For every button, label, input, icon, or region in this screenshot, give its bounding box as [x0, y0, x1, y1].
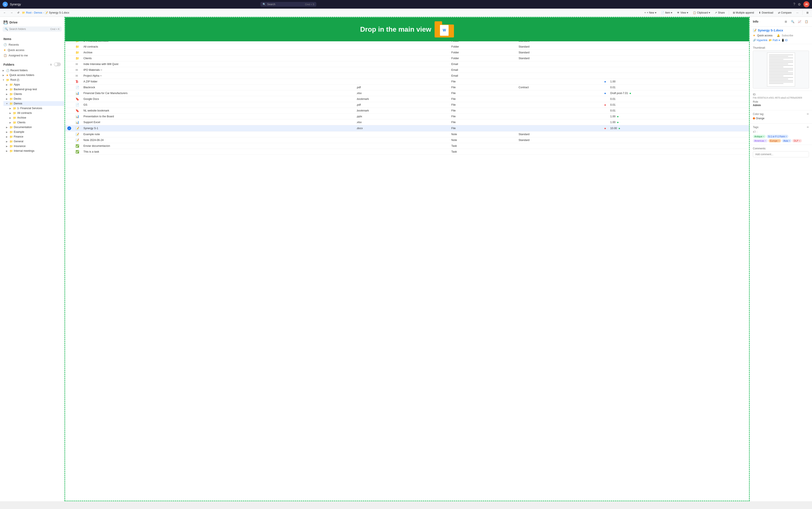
- tree-example[interactable]: ▶ 📁 Example: [3, 130, 64, 134]
- table-row[interactable]: ✅ This is a task Task: [65, 149, 749, 155]
- folder-search[interactable]: 🔍 Search folders Cmd + K: [3, 27, 62, 32]
- drop-folder-icon: W: [435, 21, 454, 37]
- tree-insurance[interactable]: ▶ 📁 Insurance: [3, 144, 64, 148]
- tag-americas-remove[interactable]: ×: [765, 140, 766, 142]
- sidebar-item-assigned[interactable]: 📋 Assigned to me: [0, 53, 64, 58]
- quick-access-link[interactable]: Quick access: [757, 34, 772, 37]
- row-ext: [354, 73, 449, 79]
- tree-apps[interactable]: ▶ 📁 Apps: [3, 82, 64, 87]
- table-row[interactable]: ✅ Enviar documentacion Task: [65, 143, 749, 149]
- table-row-selected[interactable]: ✓ 📝 Synergy S-1 .docx File 10.00: [65, 125, 749, 132]
- view-button[interactable]: 👁 View ▾: [675, 10, 690, 15]
- sidebar-item-recents[interactable]: 🕐 Recents: [0, 42, 64, 47]
- layout-button[interactable]: ⊞: [805, 10, 810, 15]
- global-search[interactable]: 🔍 Search Cmd + S: [260, 2, 316, 7]
- id-button[interactable]: 📱 ID: [781, 39, 788, 42]
- path-button[interactable]: 📂 Path ▾: [769, 39, 780, 42]
- tree-finance[interactable]: ▶ 📁 Finance: [3, 134, 64, 139]
- tree-all-contracts[interactable]: ▶ 📁 All contracts: [7, 111, 64, 115]
- table-row[interactable]: 📊 Financial Data for Car Manufacturers .…: [65, 91, 749, 96]
- table-row[interactable]: 🗜 A ZIP folder File 1.00: [65, 79, 749, 84]
- table-row[interactable]: ✉ Indie Interview with Will Quist Email: [65, 61, 749, 67]
- item-button[interactable]: 📄 Item ▾: [659, 10, 674, 15]
- tree-financial-services[interactable]: ▶ 📁 1- Financial Services: [7, 106, 64, 111]
- tag-dlp-remove[interactable]: ×: [799, 140, 800, 142]
- more-icon: ···: [796, 11, 799, 14]
- tree-clients-sub[interactable]: ▶ 📁 Clients: [7, 120, 64, 125]
- table-row[interactable]: 🔖 Google Docs .bookmark File 0.01: [65, 96, 749, 102]
- breadcrumb-root[interactable]: Root: [26, 11, 31, 14]
- row-ext: [354, 67, 449, 73]
- table-row[interactable]: 📝 Note 2024-06-24 Note Standard: [65, 137, 749, 143]
- row-object: File: [449, 79, 517, 84]
- panel-search-icon[interactable]: 🔍: [790, 19, 795, 24]
- row-object: Folder: [449, 44, 517, 50]
- row-dot: [602, 114, 608, 120]
- meta-section: ID: File-65587b14-e561-4870-aba3-e27f06a…: [750, 91, 812, 110]
- doc-line: [769, 70, 793, 70]
- panel-notes-icon[interactable]: 📋: [804, 19, 809, 24]
- panel-connections-icon[interactable]: ⊞: [783, 19, 788, 24]
- recent-folders-item[interactable]: ▶ 🕐 Recent folders: [0, 68, 64, 73]
- tag-s1-form[interactable]: S-1 or F-1 Form ×: [767, 135, 788, 138]
- forward-button[interactable]: →: [9, 10, 14, 15]
- settings-icon[interactable]: ⚙: [798, 2, 801, 6]
- tree-backend[interactable]: ▶ 📁 Backend group test: [3, 87, 64, 92]
- table-row[interactable]: 📁 Archive Folder Standard: [65, 50, 749, 56]
- general-label: General: [14, 140, 23, 143]
- tree-demos[interactable]: ▼ 📁 Demos: [3, 101, 64, 106]
- tag-dlp-label: DLP: [794, 139, 798, 142]
- tag-asia[interactable]: Asia ×: [782, 139, 791, 142]
- subscribe-link[interactable]: Subscribe: [782, 34, 793, 37]
- color-tag-edit-icon[interactable]: ✏: [807, 112, 809, 115]
- share-button[interactable]: ↗ Share: [713, 10, 727, 15]
- tree-documentation[interactable]: ▶ 📁 Documentation: [3, 125, 64, 130]
- tag-s1-remove[interactable]: ×: [785, 135, 787, 138]
- more-button[interactable]: ···: [795, 10, 800, 15]
- financial-services-icon: 📁: [13, 107, 16, 110]
- tag-europe-remove[interactable]: ×: [778, 140, 779, 142]
- table-row[interactable]: 📄 Blackrock .pdf File Contract 0.01: [65, 84, 749, 91]
- help-icon[interactable]: ?: [793, 2, 795, 6]
- tags-edit-icon[interactable]: ✏: [807, 126, 809, 129]
- table-row[interactable]: ✉ Project Alpha ✏ Email: [65, 73, 749, 79]
- tag-dlp[interactable]: DLP ×: [792, 139, 802, 142]
- folders-toggle[interactable]: [54, 62, 61, 66]
- new-button[interactable]: + + New ▾: [643, 10, 658, 15]
- sidebar-item-quick-access[interactable]: ★ Quick access: [0, 47, 64, 53]
- panel-chart-icon[interactable]: 📈: [797, 19, 802, 24]
- quick-access-folders-item[interactable]: ▶ ★ Quick access folders: [0, 73, 64, 77]
- table-row[interactable]: 🔖 NL website bookmark .bookmark File 0.0…: [65, 108, 749, 114]
- multiple-append-button[interactable]: ⊞ Multiple append: [731, 10, 756, 15]
- refresh-button[interactable]: ↺: [15, 10, 21, 15]
- table-row[interactable]: 📊 Support Excel .xlsx File 1.00: [65, 120, 749, 125]
- tag-americas[interactable]: Americas ×: [753, 139, 768, 142]
- compare-button[interactable]: ⇄ Compare: [776, 10, 793, 15]
- clipboard-button[interactable]: 📋 Clipboard ▾: [691, 10, 712, 15]
- tag-asia-remove[interactable]: ×: [788, 140, 790, 142]
- tag-antique-remove[interactable]: ×: [763, 135, 764, 138]
- star-icon[interactable]: ★: [753, 34, 755, 37]
- tag-europe[interactable]: Europe ×: [769, 139, 781, 142]
- table-row[interactable]: ✉ IPO Materials ✏ Email: [65, 67, 749, 73]
- comment-input[interactable]: [753, 151, 809, 157]
- folders-info-icon[interactable]: ℹ: [49, 62, 53, 67]
- breadcrumb-file[interactable]: Synergy S-1.docx: [49, 11, 69, 14]
- table-row[interactable]: 📁 Clients Folder Standard: [65, 56, 749, 61]
- tree-decks[interactable]: ▶ 📁 Decks: [3, 96, 64, 101]
- download-button[interactable]: ⬇ Download: [757, 10, 775, 15]
- back-button[interactable]: ←: [2, 10, 8, 15]
- tag-antique[interactable]: Antique ×: [753, 135, 766, 138]
- hyperlink-button[interactable]: 🔗 Hyperlink: [753, 39, 768, 42]
- tree-clients[interactable]: ▶ 📁 Clients: [3, 92, 64, 96]
- breadcrumb-demos[interactable]: Demos: [34, 11, 42, 14]
- table-row[interactable]: 📁 All contracts Folder Standard: [65, 44, 749, 50]
- root-folder-item[interactable]: ▼ 📁 Root (/): [0, 77, 64, 82]
- tree-archive[interactable]: ▶ 📁 Archive: [7, 115, 64, 120]
- table-row[interactable]: 📊 Presentation to the Board .pptx File 1…: [65, 114, 749, 120]
- tree-internal-meetings[interactable]: ▶ 📁 Internal meetings: [3, 148, 64, 153]
- user-avatar[interactable]: JR: [803, 1, 809, 7]
- table-row[interactable]: 📄 GS .pdf File 0.01: [65, 102, 749, 108]
- tree-general[interactable]: ▶ 📁 General: [3, 139, 64, 144]
- table-row[interactable]: 📝 Example note Note Standard: [65, 132, 749, 137]
